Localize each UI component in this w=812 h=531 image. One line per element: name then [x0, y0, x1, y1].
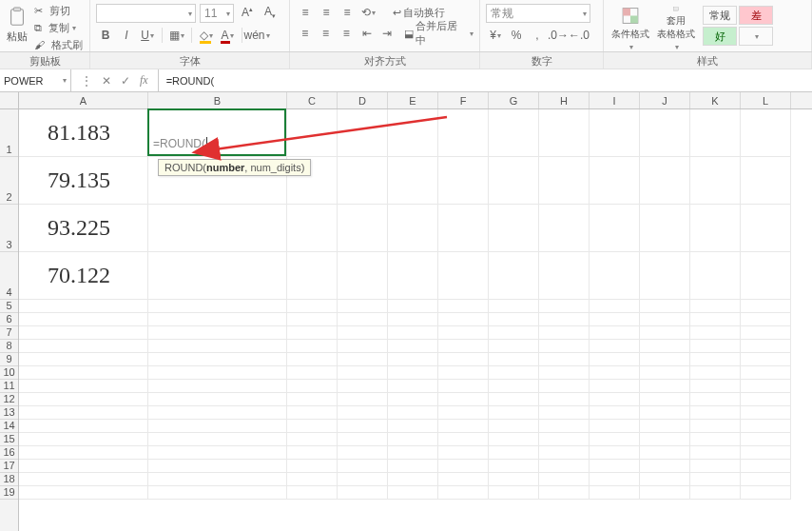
cell-D1[interactable]: [338, 109, 388, 157]
cell-F18[interactable]: [438, 473, 489, 486]
cell-E9[interactable]: [388, 353, 438, 366]
cell-E12[interactable]: [388, 393, 438, 406]
cell-I14[interactable]: [590, 420, 640, 433]
cell-L6[interactable]: [741, 313, 791, 326]
cell-H5[interactable]: [539, 300, 590, 313]
cell-F10[interactable]: [438, 366, 489, 380]
cell-B15[interactable]: [148, 433, 287, 446]
cell-K8[interactable]: [690, 340, 741, 353]
cell-C7[interactable]: [287, 326, 338, 340]
merge-center-button[interactable]: ⬓合并后居中▾: [404, 25, 474, 42]
cell-D18[interactable]: [338, 473, 388, 486]
cell-K19[interactable]: [690, 486, 741, 500]
cell-E18[interactable]: [388, 473, 438, 486]
cell-G3[interactable]: [489, 205, 539, 252]
cell-G1[interactable]: [489, 109, 539, 157]
fx-button[interactable]: fx: [140, 73, 148, 88]
cell-H3[interactable]: [539, 205, 590, 252]
cell-K11[interactable]: [690, 380, 741, 393]
cell-L5[interactable]: [741, 300, 791, 313]
cell-B13[interactable]: [148, 406, 287, 420]
cell-D9[interactable]: [338, 353, 388, 366]
cell-K2[interactable]: [690, 157, 741, 205]
row-header-15[interactable]: 15: [0, 433, 18, 446]
cell-J14[interactable]: [640, 420, 690, 433]
align-left-button[interactable]: ≡: [296, 25, 315, 42]
cell-L10[interactable]: [741, 366, 791, 380]
cell-K17[interactable]: [690, 460, 741, 473]
phonetic-button[interactable]: wén▾: [247, 27, 266, 44]
col-header-D[interactable]: D: [338, 92, 388, 108]
decrease-font-button[interactable]: A▾: [261, 4, 280, 21]
cell-J12[interactable]: [640, 393, 690, 406]
cell-G7[interactable]: [489, 326, 539, 340]
formula-input[interactable]: =ROUND(: [159, 69, 812, 91]
cell-H6[interactable]: [539, 313, 590, 326]
cell-H12[interactable]: [539, 393, 590, 406]
increase-font-button[interactable]: A▴: [238, 4, 257, 21]
cell-L2[interactable]: [741, 157, 791, 205]
cell-A5[interactable]: [19, 300, 148, 313]
cell-D2[interactable]: [338, 157, 388, 205]
cell-A19[interactable]: [19, 486, 148, 500]
cut-button[interactable]: ✂ 剪切: [34, 2, 83, 19]
cell-C1[interactable]: [287, 109, 338, 157]
cell-J1[interactable]: [640, 109, 690, 157]
cell-L7[interactable]: [741, 326, 791, 340]
cell-H11[interactable]: [539, 380, 590, 393]
cell-B6[interactable]: [148, 313, 287, 326]
cell-G14[interactable]: [489, 420, 539, 433]
cell-L8[interactable]: [741, 340, 791, 353]
cell-G10[interactable]: [489, 366, 539, 380]
name-box[interactable]: POWER▾: [0, 69, 71, 91]
cell-B5[interactable]: [148, 300, 287, 313]
cell-J18[interactable]: [640, 473, 690, 486]
cell-I15[interactable]: [590, 433, 640, 446]
cell-H8[interactable]: [539, 340, 590, 353]
cell-K15[interactable]: [690, 433, 741, 446]
cell-H1[interactable]: [539, 109, 590, 157]
cell-C5[interactable]: [287, 300, 338, 313]
cell-H13[interactable]: [539, 406, 590, 420]
cell-D15[interactable]: [338, 433, 388, 446]
cell-E10[interactable]: [388, 366, 438, 380]
cell-K13[interactable]: [690, 406, 741, 420]
col-header-A[interactable]: A: [19, 92, 148, 108]
cell-G17[interactable]: [489, 460, 539, 473]
cell-D7[interactable]: [338, 326, 388, 340]
cell-D4[interactable]: [338, 252, 388, 300]
cell-F11[interactable]: [438, 380, 489, 393]
cell-K18[interactable]: [690, 473, 741, 486]
cell-I9[interactable]: [590, 353, 640, 366]
col-header-G[interactable]: G: [489, 92, 539, 108]
cell-D10[interactable]: [338, 366, 388, 380]
row-header-1[interactable]: 1: [0, 109, 18, 157]
col-header-C[interactable]: C: [287, 92, 338, 108]
align-right-button[interactable]: ≡: [337, 25, 356, 42]
row-header-8[interactable]: 8: [0, 340, 18, 353]
cell-K5[interactable]: [690, 300, 741, 313]
cell-J13[interactable]: [640, 406, 690, 420]
cell-L16[interactable]: [741, 446, 791, 460]
cell-B4[interactable]: [148, 252, 287, 300]
cell-J17[interactable]: [640, 460, 690, 473]
cell-G13[interactable]: [489, 406, 539, 420]
cell-E1[interactable]: [388, 109, 438, 157]
col-header-K[interactable]: K: [690, 92, 741, 108]
cell-G11[interactable]: [489, 380, 539, 393]
cell-F12[interactable]: [438, 393, 489, 406]
cell-D14[interactable]: [338, 420, 388, 433]
cell-G12[interactable]: [489, 393, 539, 406]
row-header-10[interactable]: 10: [0, 366, 18, 380]
cell-H7[interactable]: [539, 326, 590, 340]
cell-E2[interactable]: [388, 157, 438, 205]
cell-J3[interactable]: [640, 205, 690, 252]
cell-C13[interactable]: [287, 406, 338, 420]
cell-L19[interactable]: [741, 486, 791, 500]
cell-C6[interactable]: [287, 313, 338, 326]
number-format-combo[interactable]: 常规▾: [486, 4, 590, 23]
cell-F14[interactable]: [438, 420, 489, 433]
decrease-decimal-button[interactable]: ←.0: [570, 27, 589, 44]
cell-K9[interactable]: [690, 353, 741, 366]
cell-F4[interactable]: [438, 252, 489, 300]
